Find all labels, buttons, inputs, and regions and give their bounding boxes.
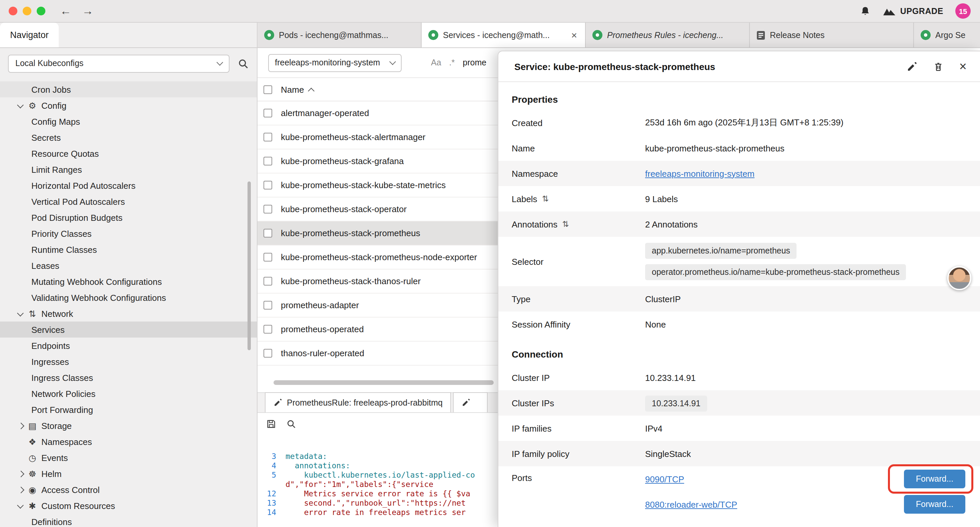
forward-arrow-icon[interactable]: → <box>82 4 94 18</box>
sidebar-item[interactable]: Validating Webhook Configurations <box>0 290 257 306</box>
editor-search-icon[interactable] <box>286 419 296 428</box>
regex-toggle[interactable]: .* <box>449 58 455 67</box>
sidebar-item-label: Access Control <box>41 485 100 495</box>
sidebar-scrollbar[interactable] <box>248 182 251 350</box>
navigator-tab[interactable]: Navigator <box>0 23 59 47</box>
edit-pencil-icon <box>462 398 471 407</box>
sidebar-item[interactable]: Cron Jobs <box>0 81 257 97</box>
sidebar-item[interactable]: Runtime Classes <box>0 242 257 258</box>
tree-expander-icon[interactable] <box>16 308 27 319</box>
sidebar-item[interactable]: Mutating Webhook Configurations <box>0 274 257 290</box>
sidebar-item-label: Resource Quotas <box>31 148 99 158</box>
namespace-filter-select[interactable]: freeleaps-monitoring-system <box>268 54 402 72</box>
dock-tab-active[interactable]: PrometheusRule: freeleaps-prod-rabbitmq <box>265 392 451 412</box>
tree-expander-icon[interactable] <box>16 468 27 479</box>
row-checkbox[interactable] <box>264 277 272 285</box>
sidebar-item[interactable]: Resource Quotas <box>0 145 257 161</box>
row-checkbox[interactable] <box>264 181 272 189</box>
sidebar-item[interactable]: Horizontal Pod Autoscalers <box>0 177 257 193</box>
sidebar-item[interactable]: Services <box>0 322 257 338</box>
close-window-button[interactable] <box>9 7 18 15</box>
sidebar-item[interactable]: Network Policies <box>0 385 257 401</box>
tree-expander-icon[interactable] <box>16 100 27 111</box>
tree-expander-icon[interactable] <box>16 500 27 511</box>
sidebar-item[interactable]: ⇅ Network <box>0 306 257 322</box>
sidebar-item[interactable]: Vertical Pod Autoscalers <box>0 193 257 209</box>
namespace-link[interactable]: freeleaps-monitoring-system <box>645 169 754 178</box>
horizontal-scrollbar[interactable] <box>274 380 494 385</box>
kubernetes-cluster-icon <box>592 30 602 40</box>
expand-updown-icon[interactable]: ⇅ <box>542 194 549 204</box>
notifications-bell-icon[interactable] <box>860 6 871 16</box>
tree-expander-icon[interactable] <box>16 484 27 495</box>
selector-badge: app.kubernetes.io/name=prometheus <box>645 243 797 259</box>
sidebar-item[interactable]: Pod Disruption Budgets <box>0 209 257 226</box>
select-all-checkbox[interactable] <box>264 85 272 94</box>
row-checkbox[interactable] <box>264 205 272 213</box>
name-column-header[interactable]: Name <box>281 84 313 94</box>
editor-tab[interactable]: Argo Se <box>914 23 980 47</box>
sidebar-item[interactable]: ❖ Namespaces <box>0 434 257 450</box>
notification-count-badge[interactable]: 15 <box>955 3 970 19</box>
sidebar-item-label: Limit Ranges <box>31 164 82 174</box>
tree-expander-icon[interactable] <box>16 436 27 447</box>
sidebar-item[interactable]: ▤ Storage <box>0 417 257 434</box>
sidebar-item[interactable]: Secrets <box>0 129 257 145</box>
sidebar-item[interactable]: ◉ Access Control <box>0 482 257 498</box>
row-checkbox[interactable] <box>264 325 272 334</box>
sidebar-item-label: Helm <box>41 469 62 479</box>
service-name: alertmanager-operated <box>281 108 369 118</box>
sidebar-item[interactable]: Definitions <box>0 514 257 527</box>
minimize-window-button[interactable] <box>23 7 31 15</box>
save-icon[interactable] <box>266 419 276 428</box>
edit-pencil-icon[interactable] <box>907 61 917 72</box>
presenter-avatar[interactable] <box>947 266 971 290</box>
sidebar-item[interactable]: Priority Classes <box>0 226 257 242</box>
close-tab-icon[interactable]: × <box>570 29 578 41</box>
match-case-toggle[interactable]: Aa <box>431 58 441 67</box>
row-checkbox[interactable] <box>264 133 272 142</box>
row-checkbox[interactable] <box>264 229 272 237</box>
sidebar-item[interactable]: Ingresses <box>0 353 257 369</box>
forward-button[interactable]: Forward... <box>904 470 965 488</box>
editor-tab[interactable]: Services - icecheng@math... × <box>422 23 586 47</box>
mountains-icon <box>883 6 896 16</box>
tree-expander-icon[interactable] <box>16 420 27 431</box>
row-checkbox[interactable] <box>264 157 272 166</box>
tree-expander-icon[interactable] <box>16 452 27 463</box>
editor-tab[interactable]: Pods - icecheng@mathmas... <box>258 23 422 47</box>
sidebar-search-icon[interactable] <box>237 58 249 69</box>
sidebar-item-label: Network <box>41 309 73 318</box>
sidebar-item[interactable]: Limit Ranges <box>0 161 257 177</box>
kubeconfig-selector-value: Local Kubeconfigs <box>15 59 83 68</box>
sidebar-item[interactable]: Endpoints <box>0 338 257 353</box>
kubeconfig-selector[interactable]: Local Kubeconfigs <box>8 54 229 72</box>
port-link[interactable]: 8080:reloader-web/TCP <box>645 499 737 509</box>
maximize-window-button[interactable] <box>37 7 45 15</box>
sidebar-item[interactable]: Leases <box>0 258 257 274</box>
expand-updown-icon[interactable]: ⇅ <box>562 220 569 229</box>
sidebar-item[interactable]: ◷ Events <box>0 450 257 466</box>
sidebar-item[interactable]: Ingress Classes <box>0 369 257 385</box>
sidebar-item[interactable]: ✱ Custom Resources <box>0 498 257 514</box>
row-checkbox[interactable] <box>264 349 272 358</box>
tab-label: Argo Se <box>935 30 980 40</box>
forward-button[interactable]: Forward... <box>904 495 965 514</box>
row-checkbox[interactable] <box>264 301 272 309</box>
back-arrow-icon[interactable]: ← <box>60 4 72 18</box>
delete-trash-icon[interactable] <box>933 61 943 72</box>
sidebar-item[interactable]: Config Maps <box>0 113 257 129</box>
port-link[interactable]: 9090/TCP <box>645 474 684 484</box>
code-text: Metrics service error rate is {{ $va <box>286 489 470 498</box>
row-checkbox[interactable] <box>264 109 272 118</box>
editor-tab[interactable]: Prometheus Rules - icecheng... <box>586 23 750 47</box>
sidebar-item[interactable]: Port Forwarding <box>0 401 257 417</box>
dock-tab-partial[interactable] <box>453 392 488 412</box>
row-checkbox[interactable] <box>264 253 272 261</box>
sidebar-item[interactable]: ☸ Helm <box>0 466 257 482</box>
close-panel-icon[interactable]: × <box>959 60 967 73</box>
sidebar-item[interactable]: ⚙ Config <box>0 97 257 113</box>
editor-tab[interactable]: Release Notes <box>750 23 914 47</box>
search-query-text[interactable]: prome <box>463 58 486 67</box>
upgrade-button[interactable]: UPGRADE <box>883 6 943 16</box>
